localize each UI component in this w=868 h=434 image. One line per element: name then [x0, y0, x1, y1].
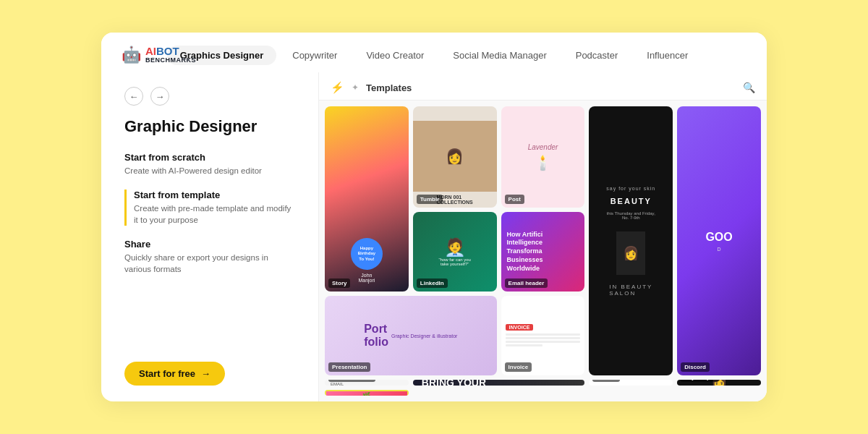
skyscraper-label: Skyscraper	[681, 380, 719, 382]
email-header-label: Email header	[505, 278, 548, 288]
template-grid: HappyBirthdayTo You! JohnManjori Story 👩…	[319, 101, 767, 401]
tumblr-photo: 👩	[413, 121, 497, 192]
discord-sub: D	[718, 247, 721, 252]
bc-email-label: EMAIL	[331, 382, 344, 386]
template-card-invoice2[interactable]: Invoice	[589, 380, 673, 386]
nav-arrows: ← →	[124, 87, 295, 106]
beauty-title: BEAUTY	[610, 197, 652, 205]
discord-title: GOO	[705, 231, 732, 244]
feature-share: Share Quickly share or export your desig…	[124, 239, 295, 275]
logo-bench: BENCHMARKS	[145, 57, 196, 64]
invoice-line-4	[506, 344, 543, 346]
start-btn-label: Start for free	[139, 368, 195, 379]
page-background: 🤖 AI BOT BENCHMARKS Graphics Designer Co…	[0, 0, 868, 434]
nav-tabs: Graphics Designer Copywriter Video Creat…	[101, 33, 767, 72]
beauty-top-text: say for your skin	[606, 186, 655, 191]
invoice-line-1	[506, 333, 581, 336]
lavender-title: Lavender	[528, 143, 558, 151]
ai-article-title: How ArtificiIntelligenceTransformaBusine…	[507, 231, 543, 273]
logo: 🤖 AI BOT BENCHMARKS	[122, 46, 196, 64]
portfolio-title: Portfolio	[364, 323, 388, 349]
invoice2-label: Invoice	[592, 380, 620, 382]
logo-top-row: AI BOT	[145, 46, 196, 56]
logo-ai: AI	[145, 46, 156, 56]
template-card-portfolio[interactable]: Portfolio Graphic Designer & illustrator…	[325, 296, 497, 375]
discord-label: Discord	[681, 362, 710, 372]
template-card-steve[interactable]: 🌿	[325, 390, 409, 396]
feature-scratch: Start from scratch Create with AI-Powere…	[124, 152, 295, 176]
beauty-image: 👩	[616, 231, 645, 275]
templates-label: Templates	[366, 82, 412, 93]
feature-template-title: Start from template	[134, 190, 295, 200]
logo-icon: 🤖	[122, 47, 141, 63]
story-label: Story	[328, 278, 350, 288]
template-card-email-header[interactable]: How ArtificiIntelligenceTransformaBusine…	[501, 212, 585, 292]
invoice-badge: INVOICE	[506, 324, 534, 331]
template-card-discord[interactable]: GOO D Discord	[677, 106, 761, 375]
feature-share-desc: Quickly share or export your designs in …	[124, 252, 295, 275]
template-card-invoice[interactable]: INVOICE Invoice	[501, 296, 585, 375]
portfolio-subtitle: Graphic Designer & illustrator	[391, 333, 457, 339]
beauty-subtitle: IN BEAUTYSALON	[609, 284, 652, 297]
feature-template-desc: Create with pre-made template and modify…	[134, 203, 295, 226]
tab-podcaster[interactable]: Podcaster	[563, 46, 631, 65]
post-label: Post	[505, 195, 524, 204]
feature-scratch-title: Start from scratch	[124, 152, 295, 163]
search-button[interactable]: 🔍	[743, 82, 755, 93]
main-content: ← → Graphic Designer Start from scratch …	[101, 72, 767, 401]
invoice-lines	[506, 333, 581, 348]
tab-copywriter[interactable]: Copywriter	[279, 46, 350, 65]
template-card-beauty[interactable]: say for your skin BEAUTY this Thursday a…	[589, 106, 673, 375]
story-name: JohnManjori	[358, 273, 375, 283]
template-card-linkedin[interactable]: 🧑‍💼 "how far can youtake yourself?" Link…	[413, 212, 497, 292]
invoice-line-2	[506, 337, 581, 339]
banner-text: BRING YOURGAME	[422, 380, 486, 386]
feature-share-title: Share	[124, 239, 295, 250]
main-card: 🤖 AI BOT BENCHMARKS Graphics Designer Co…	[101, 33, 767, 401]
logo-bot: BOT	[156, 46, 179, 56]
linkedin-person-icon: 🧑‍💼	[444, 237, 466, 258]
linkedin-text: "how far can youtake yourself?"	[438, 258, 471, 266]
right-panel: ⚡ ✦ Templates 🔍 HappyBirthdayTo You! Joh…	[318, 72, 767, 401]
template-card-business-card[interactable]: STEVE EMAIL PHONE Business card	[325, 380, 409, 386]
templates-header: ⚡ ✦ Templates 🔍	[319, 72, 767, 101]
back-arrow-button[interactable]: ←	[124, 87, 143, 106]
template-card-post[interactable]: Lavender 🕯️ Post	[501, 106, 585, 208]
business-card-label: Business card	[328, 380, 375, 382]
tab-influencer[interactable]: Influencer	[634, 46, 701, 65]
start-for-free-button[interactable]: Start for free →	[124, 362, 225, 386]
feature-template: Start from template Create with pre-made…	[124, 190, 295, 226]
left-panel: ← → Graphic Designer Start from scratch …	[101, 72, 318, 401]
template-card-banner[interactable]: BRING YOURGAME	[413, 380, 585, 386]
start-btn-arrow-icon: →	[201, 368, 210, 379]
portfolio-label: Presentation	[328, 362, 370, 372]
birthday-bubble: HappyBirthdayTo You!	[351, 238, 383, 270]
feature-scratch-desc: Create with AI-Powered design editor	[124, 165, 295, 176]
steve-name: 🌿	[362, 392, 370, 396]
template-card-story[interactable]: HappyBirthdayTo You! JohnManjori Story	[325, 106, 409, 292]
template-card-tumblr[interactable]: 👩 MDRN 001COLLECTIONS Tumblr	[413, 106, 497, 208]
template-card-skyscraper[interactable]: 👩 Skyscraper	[677, 380, 761, 386]
logo-text: AI BOT BENCHMARKS	[145, 46, 196, 64]
tab-video-creator[interactable]: Video Creator	[353, 46, 437, 65]
tumblr-label: Tumblr	[417, 195, 443, 204]
invoice-line-3	[506, 341, 581, 343]
ai-sparkle-icon: ✦	[352, 82, 359, 93]
beauty-dates: this Thursday and Friday,No. 7-9th	[607, 211, 655, 220]
section-title: Graphic Designer	[124, 117, 295, 136]
tab-social-media-manager[interactable]: Social Media Manager	[440, 46, 559, 65]
invoice-label: Invoice	[505, 362, 532, 372]
forward-arrow-button[interactable]: →	[150, 87, 169, 106]
linkedin-label: LinkedIn	[417, 278, 448, 288]
lavender-jar-icon: 🕯️	[534, 154, 552, 171]
lightning-icon: ⚡	[331, 81, 344, 94]
